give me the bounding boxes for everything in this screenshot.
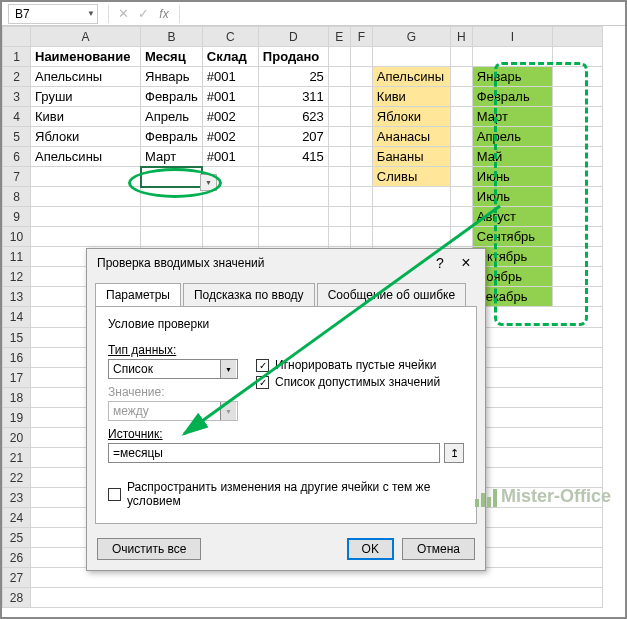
cell[interactable] xyxy=(372,47,450,67)
col-header-A[interactable]: A xyxy=(31,27,141,47)
cell[interactable]: Ананасы xyxy=(372,127,450,147)
cell[interactable] xyxy=(258,167,328,187)
cell[interactable] xyxy=(552,227,602,247)
cell[interactable] xyxy=(31,207,141,227)
cell[interactable]: Склад xyxy=(202,47,258,67)
col-header-I[interactable]: I xyxy=(472,27,552,47)
cell[interactable] xyxy=(372,187,450,207)
cell[interactable]: Апельсины xyxy=(31,67,141,87)
row-header[interactable]: 27 xyxy=(3,568,31,588)
cell[interactable] xyxy=(472,47,552,67)
cell[interactable] xyxy=(350,107,372,127)
row-header[interactable]: 5 xyxy=(3,127,31,147)
col-header-C[interactable]: C xyxy=(202,27,258,47)
cell[interactable] xyxy=(328,187,350,207)
cell[interactable] xyxy=(328,127,350,147)
cell[interactable]: 623 xyxy=(258,107,328,127)
cell[interactable]: Сентябрь xyxy=(472,227,552,247)
col-header-H[interactable]: H xyxy=(450,27,472,47)
row-header[interactable]: 3 xyxy=(3,87,31,107)
cell[interactable] xyxy=(450,187,472,207)
data-validation-dropdown-icon[interactable]: ▼ xyxy=(200,174,217,191)
cell[interactable] xyxy=(450,227,472,247)
row-header[interactable]: 26 xyxy=(3,548,31,568)
cell[interactable]: 207 xyxy=(258,127,328,147)
cell[interactable]: Июль xyxy=(472,187,552,207)
cell[interactable] xyxy=(350,167,372,187)
cell[interactable] xyxy=(258,207,328,227)
row-header[interactable]: 2 xyxy=(3,67,31,87)
cell[interactable] xyxy=(350,47,372,67)
cell[interactable] xyxy=(350,87,372,107)
cell[interactable] xyxy=(31,227,141,247)
cell[interactable] xyxy=(328,167,350,187)
cell[interactable]: Август xyxy=(472,207,552,227)
row-header[interactable]: 6 xyxy=(3,147,31,167)
propagate-checkbox[interactable]: Распространить изменения на другие ячейк… xyxy=(108,480,464,508)
cell[interactable] xyxy=(552,107,602,127)
row-header[interactable]: 19 xyxy=(3,408,31,428)
row-header[interactable]: 21 xyxy=(3,448,31,468)
cell[interactable] xyxy=(350,207,372,227)
cell[interactable] xyxy=(552,127,602,147)
cell[interactable]: Февраль xyxy=(472,87,552,107)
source-input[interactable] xyxy=(108,443,440,463)
cell[interactable]: #001 xyxy=(202,147,258,167)
allow-type-combo[interactable]: Список ▼ xyxy=(108,359,238,379)
cell[interactable] xyxy=(552,287,602,307)
row-header[interactable]: 1 xyxy=(3,47,31,67)
cell[interactable] xyxy=(450,107,472,127)
tab-error-alert[interactable]: Сообщение об ошибке xyxy=(317,283,466,306)
cell[interactable] xyxy=(350,187,372,207)
cell[interactable] xyxy=(552,187,602,207)
cell[interactable]: #001 xyxy=(202,67,258,87)
cell[interactable]: Яблоки xyxy=(31,127,141,147)
col-header-E[interactable]: E xyxy=(328,27,350,47)
cell[interactable] xyxy=(328,67,350,87)
col-header-G[interactable]: G xyxy=(372,27,450,47)
cell[interactable] xyxy=(258,187,328,207)
row-header[interactable]: 13 xyxy=(3,287,31,307)
in-cell-dropdown-checkbox[interactable]: ✓ Список допустимых значений xyxy=(256,375,440,389)
row-header[interactable]: 17 xyxy=(3,368,31,388)
tab-parameters[interactable]: Параметры xyxy=(95,283,181,306)
cell[interactable] xyxy=(450,127,472,147)
cell[interactable] xyxy=(141,227,203,247)
cell[interactable] xyxy=(372,227,450,247)
cell[interactable] xyxy=(552,147,602,167)
row-header[interactable]: 23 xyxy=(3,488,31,508)
fx-icon[interactable]: fx xyxy=(153,7,175,21)
dialog-titlebar[interactable]: Проверка вводимых значений ? × xyxy=(87,249,485,277)
tab-input-message[interactable]: Подсказка по вводу xyxy=(183,283,315,306)
cell[interactable]: #002 xyxy=(202,107,258,127)
row-header[interactable]: 7 xyxy=(3,167,31,187)
chevron-down-icon[interactable]: ▼ xyxy=(87,9,95,18)
cell[interactable]: Киви xyxy=(372,87,450,107)
cell[interactable] xyxy=(328,207,350,227)
row-header[interactable]: 12 xyxy=(3,267,31,287)
row-header[interactable]: 22 xyxy=(3,468,31,488)
cell[interactable] xyxy=(450,207,472,227)
cell[interactable] xyxy=(552,247,602,267)
cell[interactable] xyxy=(552,167,602,187)
cell[interactable]: Февраль xyxy=(141,87,203,107)
cell[interactable] xyxy=(552,47,602,67)
cell[interactable]: Яблоки xyxy=(372,107,450,127)
cell[interactable] xyxy=(328,87,350,107)
cell-B7[interactable] xyxy=(141,167,203,187)
cell[interactable] xyxy=(258,227,328,247)
row-header[interactable]: 8 xyxy=(3,187,31,207)
cell[interactable]: Груши xyxy=(31,87,141,107)
cell[interactable] xyxy=(450,87,472,107)
cell[interactable] xyxy=(202,207,258,227)
row-header[interactable]: 11 xyxy=(3,247,31,267)
col-header-J[interactable] xyxy=(552,27,602,47)
cell[interactable]: Апрель xyxy=(472,127,552,147)
cell[interactable]: 25 xyxy=(258,67,328,87)
cell[interactable]: #002 xyxy=(202,127,258,147)
cell[interactable]: 311 xyxy=(258,87,328,107)
row-header[interactable]: 28 xyxy=(3,588,31,608)
clear-all-button[interactable]: Очистить все xyxy=(97,538,201,560)
select-all-corner[interactable] xyxy=(3,27,31,47)
row-header[interactable]: 24 xyxy=(3,508,31,528)
